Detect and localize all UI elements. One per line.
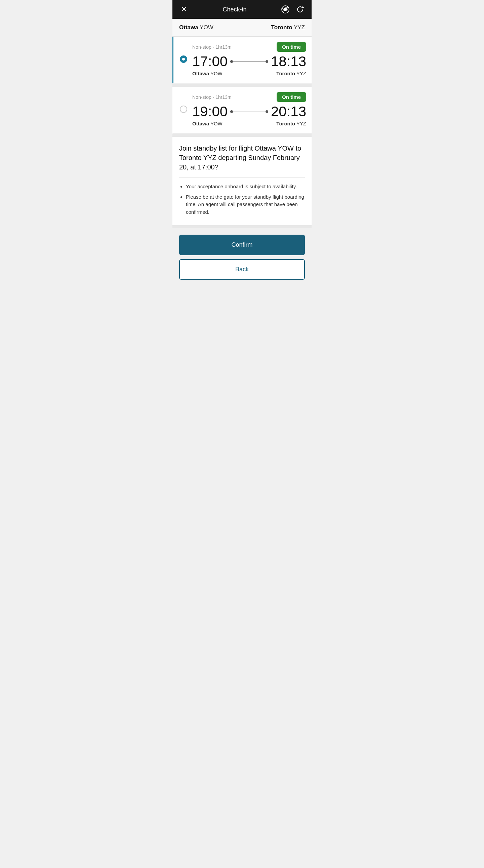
chrome-button[interactable]	[281, 5, 290, 14]
flight-2-arrive: 20:13	[271, 104, 306, 119]
back-button[interactable]: Back	[179, 259, 305, 280]
flight-1-details: Non-stop - 1hr13m On time 17:00 18:13 Ot…	[192, 42, 306, 76]
line	[233, 62, 265, 62]
flight-1-cities: Ottawa YOW Toronto YYZ	[192, 71, 306, 76]
flight-2-meta: Non-stop - 1hr13m	[192, 94, 232, 100]
flight-2-depart: 19:00	[192, 104, 228, 119]
flight-2-origin: Ottawa YOW	[192, 121, 223, 126]
flight-1-depart: 17:00	[192, 55, 228, 69]
dot-right	[265, 60, 268, 63]
standby-notes: Your acceptance onboard is subject to av…	[179, 183, 305, 216]
close-icon: ✕	[181, 6, 187, 13]
action-buttons: Confirm Back	[172, 228, 312, 286]
dot-left-2	[230, 110, 233, 113]
flight-card-2[interactable]: Non-stop - 1hr13m On time 19:00 20:13 Ot…	[172, 87, 312, 133]
standby-note-1: Your acceptance onboard is subject to av…	[186, 183, 305, 191]
flight-1-arrive: 18:13	[271, 55, 306, 69]
app-header: ✕ Check-in	[172, 0, 312, 19]
svg-point-1	[284, 8, 287, 11]
standby-note-2: Please be at the gate for your standby f…	[186, 193, 305, 216]
flight-1-times: 17:00 18:13	[192, 55, 306, 69]
chrome-icon	[281, 5, 290, 14]
flight-card-1[interactable]: Non-stop - 1hr13m On time 17:00 18:13 Ot…	[172, 37, 312, 83]
flight-1-status: On time	[277, 42, 306, 52]
separator-2	[172, 134, 312, 137]
flight-2-times: 19:00 20:13	[192, 104, 306, 119]
flight-2-status: On time	[277, 92, 306, 102]
refresh-button[interactable]	[295, 5, 305, 14]
standby-section: Join standby list for flight Ottawa YOW …	[172, 137, 312, 225]
bottom-separator	[172, 225, 312, 228]
flight-1-dest: Toronto YYZ	[276, 71, 306, 76]
dot-right-2	[265, 110, 268, 113]
standby-divider	[179, 177, 305, 178]
header-actions	[281, 5, 305, 14]
dot-left	[230, 60, 233, 63]
flight-2-line	[230, 110, 268, 113]
radio-selected[interactable]	[180, 56, 187, 63]
dest-city: Toronto YYZ	[271, 24, 305, 31]
flight-2-dest: Toronto YYZ	[276, 121, 306, 126]
flight-1-radio[interactable]	[179, 56, 188, 63]
flight-2-radio[interactable]	[179, 105, 188, 113]
flight-1-meta-row: Non-stop - 1hr13m On time	[192, 42, 306, 52]
radio-unselected[interactable]	[180, 105, 187, 113]
refresh-icon	[296, 5, 304, 13]
line-2	[233, 112, 265, 112]
flight-2-meta-row: Non-stop - 1hr13m On time	[192, 92, 306, 102]
route-bar: Ottawa YOW Toronto YYZ	[172, 19, 312, 37]
flight-1-line	[230, 60, 268, 63]
flight-1-meta: Non-stop - 1hr13m	[192, 44, 232, 50]
confirm-button[interactable]: Confirm	[179, 235, 305, 255]
separator-1	[172, 84, 312, 87]
close-button[interactable]: ✕	[179, 5, 189, 14]
flight-2-details: Non-stop - 1hr13m On time 19:00 20:13 Ot…	[192, 92, 306, 126]
standby-question: Join standby list for flight Ottawa YOW …	[179, 144, 305, 172]
header-title: Check-in	[223, 6, 246, 13]
flight-1-origin: Ottawa YOW	[192, 71, 223, 76]
origin-city: Ottawa YOW	[179, 24, 214, 31]
flight-2-cities: Ottawa YOW Toronto YYZ	[192, 121, 306, 126]
